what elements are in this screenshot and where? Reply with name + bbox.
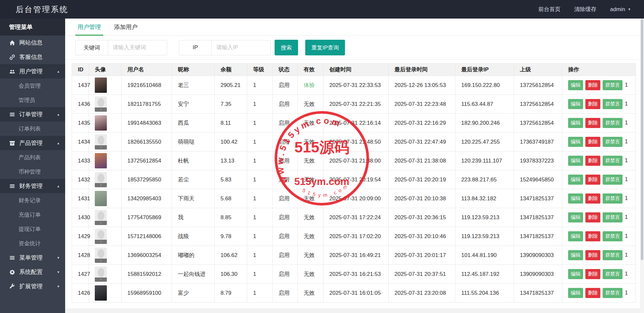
- link-icon: [9, 54, 15, 60]
- delete-button[interactable]: 删除: [585, 156, 600, 166]
- cell-id: 1436: [72, 95, 89, 114]
- sidebar-subitem[interactable]: 币种管理: [0, 164, 65, 179]
- sidebar-subitem[interactable]: 提现订单: [0, 222, 65, 236]
- cell-last-ip: 101.44.81.190: [455, 246, 514, 265]
- sidebar-item[interactable]: 订单管理▲: [0, 107, 65, 121]
- upload-icon: ↑: [100, 259, 102, 262]
- cell-id: 1434: [72, 133, 89, 151]
- mute-button[interactable]: 群禁言: [603, 212, 623, 222]
- delete-button[interactable]: 删除: [585, 212, 600, 222]
- cell-last-login: 2025-07-31 20:37:51: [389, 265, 455, 284]
- user-avatar-placeholder[interactable]: ↑: [95, 266, 107, 282]
- sidebar-subitem[interactable]: 充值订单: [0, 207, 65, 222]
- user-avatar-placeholder[interactable]: ↑: [95, 172, 107, 187]
- tab-user-management[interactable]: 用户管理: [75, 23, 103, 36]
- delete-button[interactable]: 删除: [585, 118, 600, 128]
- topbar-right: 前台首页 清除缓存 admin ▼: [538, 6, 644, 13]
- ip-input[interactable]: [212, 40, 270, 55]
- sidebar-subitem[interactable]: 管理员: [0, 93, 65, 107]
- user-table-body: 143719216510468老三2905.211启用体验2025-07-31 …: [72, 76, 636, 303]
- delete-button[interactable]: 删除: [585, 269, 600, 279]
- sidebar-subitem[interactable]: 会员管理: [0, 78, 65, 93]
- cell-last-login: 2025-07-31 22:16:29: [389, 114, 455, 133]
- edit-button[interactable]: 编辑: [568, 118, 583, 128]
- sidebar-item[interactable]: 系统配置▼: [0, 265, 65, 279]
- edit-button[interactable]: 编辑: [568, 193, 583, 204]
- delete-button[interactable]: 删除: [585, 231, 600, 241]
- user-avatar[interactable]: [95, 153, 107, 168]
- mute-button[interactable]: 群禁言: [603, 118, 623, 128]
- column-header: 余额: [215, 64, 247, 76]
- edit-button[interactable]: 编辑: [568, 80, 583, 90]
- tab-add-user[interactable]: 添加用户: [112, 23, 140, 36]
- mute-button[interactable]: 群禁言: [603, 156, 623, 166]
- sidebar-subitem[interactable]: 资金统计: [0, 236, 65, 250]
- duplicate-ip-button[interactable]: 重复IP查询: [305, 40, 345, 55]
- mute-button[interactable]: 群禁言: [603, 175, 623, 185]
- keyword-input[interactable]: [108, 40, 167, 55]
- user-avatar[interactable]: [95, 191, 107, 206]
- sidebar-item[interactable]: 客服信息: [0, 50, 65, 64]
- edit-button[interactable]: 编辑: [568, 288, 583, 298]
- mute-button[interactable]: 群禁言: [603, 99, 623, 109]
- edit-button[interactable]: 编辑: [568, 175, 583, 185]
- search-button[interactable]: 搜索: [275, 40, 298, 55]
- user-avatar-placeholder[interactable]: ↑: [95, 229, 107, 244]
- delete-button[interactable]: 删除: [585, 99, 600, 109]
- sidebar-subitem[interactable]: 财务记录: [0, 193, 65, 207]
- cell-id: 1433: [72, 151, 89, 170]
- cell-username: 13420985403: [122, 189, 172, 208]
- delete-button[interactable]: 删除: [585, 193, 600, 204]
- edit-button[interactable]: 编辑: [568, 156, 583, 166]
- frontend-home-link[interactable]: 前台首页: [538, 6, 561, 13]
- delete-button[interactable]: 删除: [585, 250, 600, 260]
- mute-button[interactable]: 群禁言: [603, 250, 623, 260]
- mute-button[interactable]: 群禁言: [603, 269, 623, 279]
- edit-button[interactable]: 编辑: [568, 137, 583, 147]
- user-avatar-placeholder[interactable]: ↑: [95, 248, 107, 263]
- mute-button[interactable]: 群禁言: [603, 288, 623, 298]
- sidebar-subitem[interactable]: 订单列表: [0, 121, 65, 136]
- cell-level: 1: [247, 76, 273, 95]
- sidebar-item[interactable]: 菜单管理▼: [0, 250, 65, 265]
- edit-button[interactable]: 编辑: [568, 231, 583, 241]
- user-avatar[interactable]: [95, 78, 107, 93]
- sidebar-item[interactable]: 财务管理▲: [0, 179, 65, 193]
- delete-button[interactable]: 删除: [585, 175, 600, 185]
- cell-last-login: 2025-12-26 13:05:53: [389, 76, 455, 95]
- cell-level: 1: [247, 246, 273, 265]
- user-avatar[interactable]: [95, 115, 107, 131]
- user-avatar[interactable]: [95, 285, 107, 301]
- sidebar-subitem[interactable]: 产品列表: [0, 150, 65, 164]
- admin-dropdown[interactable]: admin ▼: [610, 6, 631, 13]
- cell-actions: 编辑删除群禁言1: [562, 95, 636, 114]
- edit-button[interactable]: 编辑: [568, 250, 583, 260]
- mute-button[interactable]: 群禁言: [603, 80, 623, 90]
- edit-button[interactable]: 编辑: [568, 99, 583, 109]
- cell-last-login: 2025-07-31 20:10:46: [389, 227, 455, 246]
- user-avatar-placeholder[interactable]: ↑: [95, 210, 107, 225]
- sidebar-item[interactable]: 用户管理▲: [0, 64, 65, 78]
- mute-button[interactable]: 群禁言: [603, 137, 623, 147]
- delete-button[interactable]: 删除: [585, 80, 600, 90]
- edit-button[interactable]: 编辑: [568, 269, 583, 279]
- ip-group: IP: [179, 40, 271, 55]
- delete-button[interactable]: 删除: [585, 137, 600, 147]
- cell-valid: 无效: [298, 246, 323, 265]
- scrollbar-thumb[interactable]: [641, 19, 643, 260]
- clear-cache-link[interactable]: 清除缓存: [574, 6, 596, 13]
- user-avatar-placeholder[interactable]: ↑: [95, 134, 107, 149]
- mute-button[interactable]: 群禁言: [603, 193, 623, 204]
- vertical-scrollbar[interactable]: [640, 19, 644, 313]
- delete-button[interactable]: 删除: [585, 288, 600, 298]
- mute-button[interactable]: 群禁言: [603, 231, 623, 241]
- sidebar-item[interactable]: 扩展管理▼: [0, 279, 65, 293]
- sidebar-item[interactable]: 产品管理▲: [0, 136, 65, 150]
- edit-button[interactable]: 编辑: [568, 212, 583, 222]
- user-avatar-placeholder[interactable]: ↑: [95, 96, 107, 112]
- column-header: 状态: [273, 64, 298, 76]
- cell-last-ip: 113.84.32.182: [455, 189, 514, 208]
- upload-icon: ↑: [100, 146, 102, 149]
- sidebar-item[interactable]: 网站信息: [0, 36, 65, 50]
- cell-last-ip: 169.150.222.80: [455, 76, 514, 95]
